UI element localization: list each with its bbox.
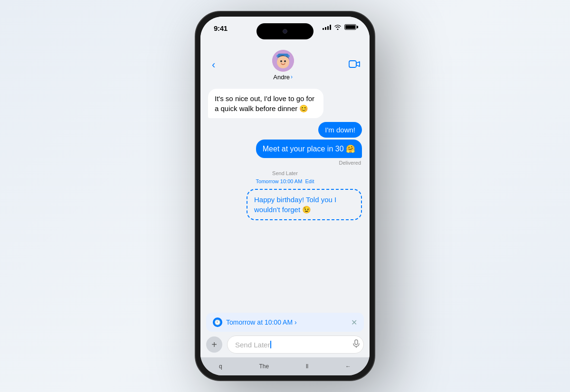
send-later-time-display[interactable]: 🕙 Tomorrow at 10:00 AM › (213, 317, 297, 327)
keyboard-key-2: The (259, 363, 269, 370)
outgoing-message-group: I'm down! Meet at your place in 30 🤗 (208, 122, 362, 158)
add-attachment-button[interactable]: + (206, 336, 222, 353)
video-call-button[interactable] (349, 59, 360, 71)
signal-bar-4 (330, 25, 331, 30)
status-icons (323, 24, 356, 30)
send-later-edit[interactable]: Edit (305, 178, 314, 184)
volume-up-button (195, 78, 196, 102)
avatar-image (272, 50, 294, 72)
message-outgoing-main: Meet at your place in 30 🤗 (256, 140, 362, 158)
messages-area: It's so nice out, I'd love to go for a q… (200, 84, 370, 309)
nav-header: ‹ (200, 46, 370, 84)
input-area: 🕙 Tomorrow at 10:00 AM › ✕ + Send Later (200, 309, 370, 357)
message-incoming-1: It's so nice out, I'd love to go for a q… (208, 89, 323, 118)
signal-bar-2 (325, 27, 326, 30)
mic-icon[interactable] (353, 339, 360, 350)
send-later-info: Send Later Tomorrow 10:00 AM Edit (256, 169, 314, 185)
svg-rect-8 (355, 340, 358, 345)
back-button[interactable]: ‹ (210, 57, 217, 73)
battery-icon (344, 24, 356, 30)
delivered-label: Delivered (339, 160, 361, 166)
battery-fill (345, 25, 355, 29)
keyboard-key-3: ll (306, 363, 308, 370)
text-cursor (270, 341, 271, 348)
clock-icon: 🕙 (213, 317, 222, 327)
svg-point-4 (277, 56, 289, 68)
keyboard-key-4: ← (345, 363, 351, 370)
svg-rect-7 (349, 61, 356, 67)
message-input-field[interactable]: Send Later (227, 336, 364, 354)
dynamic-island-dot (283, 29, 287, 34)
volume-down-button (195, 107, 196, 131)
send-later-bar: 🕙 Tomorrow at 10:00 AM › ✕ (206, 313, 364, 332)
contact-info[interactable]: Andre › (272, 50, 294, 81)
input-row: + Send Later (206, 336, 364, 354)
phone-screen: 9:41 (200, 17, 370, 375)
message-text-scheduled: Happy birthday! Told you I wouldn't forg… (254, 196, 336, 214)
status-time: 9:41 (214, 24, 228, 32)
contact-avatar (272, 50, 294, 72)
signal-bar-1 (323, 28, 324, 30)
keyboard-key-1: q (219, 363, 222, 370)
message-outgoing-small: I'm down! (318, 122, 362, 138)
message-text-1: It's so nice out, I'd love to go for a q… (215, 94, 314, 112)
svg-point-5 (280, 60, 282, 62)
message-text-3: Meet at your place in 30 🤗 (263, 145, 355, 153)
send-later-time: Tomorrow 10:00 AM Edit (256, 177, 314, 186)
wifi-icon (334, 24, 342, 30)
message-scheduled-1: Happy birthday! Told you I wouldn't forg… (247, 189, 362, 220)
input-placeholder: Send Later (235, 341, 270, 349)
svg-point-6 (284, 60, 286, 62)
signal-bar-3 (327, 26, 329, 30)
contact-name: Andre › (273, 74, 293, 81)
phone-device: 9:41 (195, 11, 375, 381)
dynamic-island (256, 23, 314, 39)
send-later-title: Send Later (256, 169, 314, 177)
keyboard-bar: q The ll ← (200, 357, 370, 375)
close-send-later-button[interactable]: ✕ (351, 318, 357, 327)
signal-bars-icon (323, 24, 331, 30)
send-later-time-text: Tomorrow at 10:00 AM › (226, 318, 297, 326)
phone-body: 9:41 (195, 11, 375, 381)
message-text-2: I'm down! (325, 126, 355, 134)
silent-switch (195, 59, 196, 75)
contact-chevron-icon: › (291, 74, 293, 80)
